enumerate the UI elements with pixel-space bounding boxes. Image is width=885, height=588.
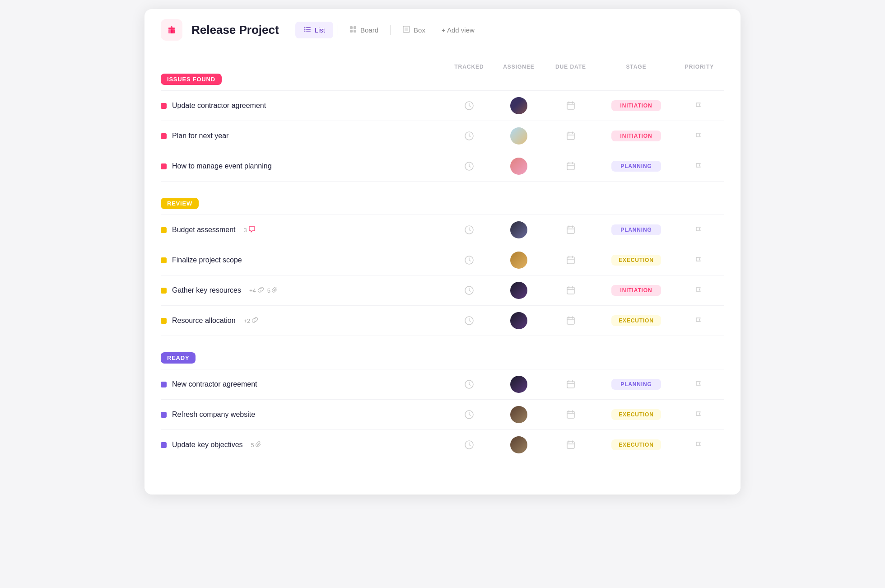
svg-rect-22 (567, 133, 574, 140)
task-dot (161, 382, 167, 387)
due-date-cell[interactable] (544, 379, 598, 389)
due-date-cell[interactable] (544, 285, 598, 295)
box-icon (402, 25, 410, 35)
assignee-cell[interactable] (494, 221, 544, 238)
stage-cell[interactable]: PLANNING (598, 379, 675, 390)
task-name-cell: Update key objectives 5 (161, 441, 444, 449)
task-name-cell: Update contractor agreement (161, 102, 444, 110)
priority-cell[interactable] (675, 256, 724, 265)
tracked-cell[interactable] (444, 131, 494, 141)
section-review: REVIEW Budget assessment 3 (161, 198, 724, 336)
section-issues: ISSUES FOUND Update contractor agreement (161, 74, 724, 182)
assignee-cell[interactable] (494, 312, 544, 329)
col-header-tracked: TRACKED (444, 64, 494, 70)
due-date-cell[interactable] (544, 316, 598, 326)
group-label-issues: ISSUES FOUND (161, 74, 222, 85)
stage-cell[interactable]: EXECUTION (598, 409, 675, 420)
assignee-cell[interactable] (494, 97, 544, 114)
due-date-cell[interactable] (544, 440, 598, 450)
avatar (510, 406, 527, 423)
task-list-ready: New contractor agreement PLANNING (161, 369, 724, 460)
meta-attachment-count2: 5 (251, 441, 262, 449)
stage-cell[interactable]: EXECUTION (598, 315, 675, 326)
svg-rect-62 (567, 442, 574, 448)
task-name-cell: How to manage event planning (161, 162, 444, 170)
header: Release Project List Board Box (144, 9, 741, 49)
tab-list-label: List (315, 26, 325, 34)
tracked-cell[interactable] (444, 316, 494, 326)
table-row: Finalize project scope EXECUTION (161, 245, 724, 275)
add-view-button[interactable]: + Add view (435, 23, 481, 37)
meta-attachment-count: 5 (267, 287, 278, 294)
due-date-cell[interactable] (544, 101, 598, 111)
tracked-cell[interactable] (444, 285, 494, 295)
priority-cell[interactable] (675, 316, 724, 325)
due-date-cell[interactable] (544, 410, 598, 420)
due-date-cell[interactable] (544, 131, 598, 141)
meta-link-count: +4 (249, 286, 264, 294)
stage-cell[interactable]: INITIATION (598, 131, 675, 141)
table-row: Plan for next year INITIATION (161, 121, 724, 151)
tracked-cell[interactable] (444, 379, 494, 389)
assignee-cell[interactable] (494, 436, 544, 453)
task-dot (161, 163, 167, 169)
assignee-cell[interactable] (494, 406, 544, 423)
tracked-cell[interactable] (444, 161, 494, 171)
task-dot (161, 288, 167, 294)
svg-rect-12 (350, 30, 353, 33)
stage-badge: PLANNING (611, 161, 661, 172)
tracked-cell[interactable] (444, 255, 494, 265)
priority-cell[interactable] (675, 286, 724, 295)
stage-cell[interactable]: EXECUTION (598, 255, 675, 266)
assignee-cell[interactable] (494, 282, 544, 299)
priority-cell[interactable] (675, 131, 724, 140)
svg-rect-9 (306, 31, 311, 32)
stage-cell[interactable]: INITIATION (598, 100, 675, 111)
svg-rect-57 (567, 411, 574, 418)
assignee-cell[interactable] (494, 376, 544, 393)
stage-badge: INITIATION (611, 131, 661, 141)
task-name-cell: Gather key resources +4 5 (161, 286, 444, 294)
nav-divider-1 (337, 25, 337, 35)
priority-cell[interactable] (675, 410, 724, 419)
attachment-icon (272, 287, 278, 294)
task-dot (161, 318, 167, 324)
tab-list[interactable]: List (295, 22, 333, 38)
priority-cell[interactable] (675, 440, 724, 449)
list-icon (303, 25, 312, 35)
col-header-assignee: ASSIGNEE (494, 64, 544, 70)
table-row: Update contractor agreement INITIATIO (161, 90, 724, 121)
task-meta: 5 (251, 441, 262, 449)
stage-cell[interactable]: EXECUTION (598, 439, 675, 450)
priority-cell[interactable] (675, 101, 724, 110)
svg-rect-47 (567, 317, 574, 324)
priority-cell[interactable] (675, 162, 724, 171)
assignee-cell[interactable] (494, 158, 544, 175)
table-row: Resource allocation +2 (161, 305, 724, 336)
due-date-cell[interactable] (544, 225, 598, 235)
due-date-cell[interactable] (544, 255, 598, 265)
col-header-due-date: DUE DATE (544, 64, 598, 70)
task-dot (161, 103, 167, 109)
tracked-cell[interactable] (444, 225, 494, 235)
svg-rect-32 (567, 227, 574, 233)
priority-cell[interactable] (675, 380, 724, 389)
tab-box[interactable]: Box (394, 22, 433, 38)
tracked-cell[interactable] (444, 440, 494, 450)
stage-cell[interactable]: PLANNING (598, 161, 675, 172)
task-dot (161, 227, 167, 233)
assignee-cell[interactable] (494, 252, 544, 269)
avatar (510, 97, 527, 114)
task-meta: 3 (244, 226, 256, 234)
tracked-cell[interactable] (444, 410, 494, 420)
tab-box-label: Box (414, 26, 425, 34)
priority-cell[interactable] (675, 225, 724, 234)
tab-board[interactable]: Board (341, 22, 387, 38)
task-name-cell: Refresh company website (161, 411, 444, 419)
stage-cell[interactable]: PLANNING (598, 224, 675, 235)
stage-cell[interactable]: INITIATION (598, 285, 675, 296)
assignee-cell[interactable] (494, 127, 544, 145)
group-label-ready: READY (161, 352, 196, 364)
due-date-cell[interactable] (544, 161, 598, 171)
tracked-cell[interactable] (444, 101, 494, 111)
